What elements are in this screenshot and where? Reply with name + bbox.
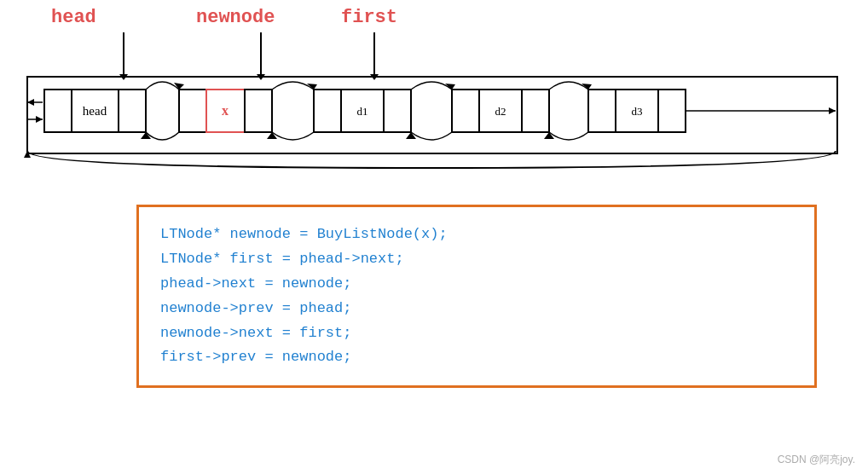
svg-rect-17 <box>452 90 479 132</box>
svg-rect-21 <box>588 90 616 132</box>
svg-text:d2: d2 <box>495 105 506 118</box>
svg-rect-9 <box>179 90 206 132</box>
svg-text:head: head <box>83 104 107 118</box>
code-line-1: LTNode* newnode = BuyListNode(x); <box>160 223 793 247</box>
svg-rect-24 <box>658 90 686 132</box>
label-first: first <box>341 7 397 28</box>
newnode-arrow <box>260 32 262 75</box>
svg-rect-13 <box>314 90 341 132</box>
label-newnode: newnode <box>196 7 275 28</box>
svg-rect-20 <box>522 90 549 132</box>
svg-marker-35 <box>544 132 554 139</box>
svg-rect-8 <box>119 90 146 132</box>
head-arrow <box>123 32 124 75</box>
code-box: LTNode* newnode = BuyListNode(x); LTNode… <box>136 205 817 388</box>
svg-text:d3: d3 <box>632 105 643 118</box>
first-arrow <box>373 32 375 75</box>
code-line-2: LTNode* first = phead->next; <box>160 247 793 272</box>
code-line-6: first->prev = newnode; <box>160 345 793 370</box>
svg-marker-33 <box>267 132 277 139</box>
svg-rect-5 <box>44 90 72 132</box>
svg-marker-34 <box>406 132 416 139</box>
label-head: head <box>51 7 96 28</box>
code-line-5: newnode->next = first; <box>160 321 793 346</box>
watermark: CSDN @阿亮joy. <box>778 453 855 467</box>
svg-marker-2 <box>27 99 34 106</box>
svg-text:x: x <box>222 103 229 118</box>
code-line-3: phead->next = newnode; <box>160 272 793 297</box>
diagram-svg: head x d1 d2 d3 <box>17 72 853 183</box>
svg-rect-16 <box>384 90 411 132</box>
svg-rect-12 <box>245 90 272 132</box>
code-line-4: newnode->prev = phead; <box>160 297 793 321</box>
diagram-area: head x d1 d2 d3 <box>17 72 851 183</box>
svg-rect-0 <box>27 77 837 153</box>
svg-marker-4 <box>36 116 43 123</box>
svg-text:d1: d1 <box>357 105 368 118</box>
svg-marker-26 <box>829 107 836 114</box>
main-container: head newnode first head x <box>0 0 868 474</box>
